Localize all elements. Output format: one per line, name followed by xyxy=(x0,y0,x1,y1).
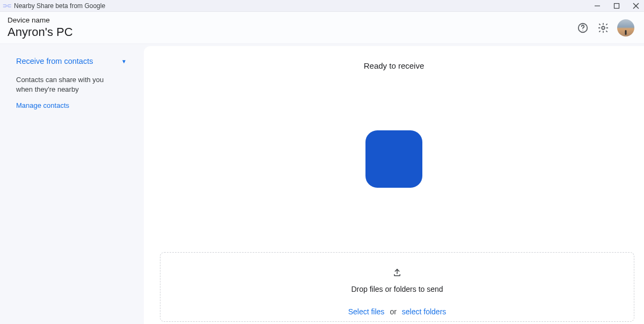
gear-icon[interactable] xyxy=(597,21,610,34)
device-name-block: Device name Anyron's PC xyxy=(8,16,73,39)
upload-icon xyxy=(392,268,402,279)
svg-point-5 xyxy=(582,30,583,30)
file-dropzone[interactable]: Drop files or folders to send Select fil… xyxy=(160,252,634,322)
window-titlebar: ⊃⊂ Nearby Share beta from Google xyxy=(0,0,644,12)
device-name-value: Anyron's PC xyxy=(8,25,73,39)
nearby-share-icon xyxy=(365,130,422,188)
help-icon[interactable] xyxy=(576,21,589,34)
receive-mode-dropdown[interactable]: Receive from contacts ▼ xyxy=(16,57,128,65)
select-row: Select files or select folders xyxy=(348,307,447,316)
or-label: or xyxy=(390,307,396,316)
receive-mode-description: Contacts can share with you when they're… xyxy=(16,75,118,94)
maximize-button[interactable] xyxy=(613,2,620,10)
drop-instruction: Drop files or folders to send xyxy=(351,285,443,293)
svg-point-6 xyxy=(602,26,605,30)
device-name-label: Device name xyxy=(8,16,73,24)
chevron-down-icon: ▼ xyxy=(121,58,127,64)
app-icon: ⊃⊂ xyxy=(3,3,11,9)
avatar[interactable] xyxy=(617,19,634,36)
main-panel: Ready to receive Drop files or folders t… xyxy=(144,46,644,324)
close-button[interactable] xyxy=(632,2,640,10)
sidebar: Receive from contacts ▼ Contacts can sha… xyxy=(0,44,144,324)
minimize-button[interactable] xyxy=(594,2,601,10)
app-header: Device name Anyron's PC xyxy=(0,12,644,44)
select-folders-link[interactable]: select folders xyxy=(402,307,446,316)
window-title: Nearby Share beta from Google xyxy=(14,2,105,10)
select-files-link[interactable]: Select files xyxy=(348,307,385,316)
window-controls xyxy=(594,2,640,10)
manage-contacts-link[interactable]: Manage contacts xyxy=(16,101,128,109)
svg-rect-1 xyxy=(614,3,619,8)
ready-status-label: Ready to receive xyxy=(161,61,627,70)
receive-mode-label: Receive from contacts xyxy=(16,57,93,65)
